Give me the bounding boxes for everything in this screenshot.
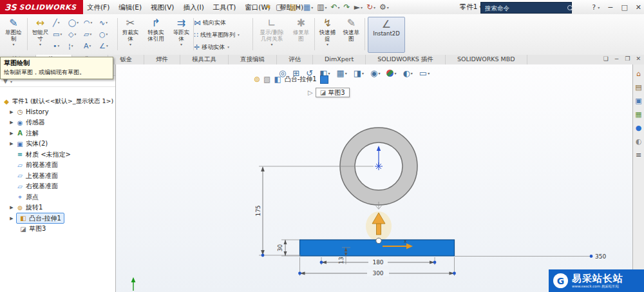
tree-item-right-plane[interactable]: ▱ 右视基准面 (0, 181, 115, 192)
sketch-breadcrumb-chip[interactable]: ◪ 草图3 (316, 88, 350, 97)
help-button[interactable]: ? (592, 3, 596, 12)
text-tool-button[interactable]: A▾ (84, 42, 99, 50)
print-button[interactable]: ▥▾ (317, 3, 327, 12)
chevron-down-icon[interactable]: ▾ (227, 45, 229, 49)
new-document-button[interactable]: ▢▾ (276, 3, 285, 12)
offset-entities-button[interactable]: ⇉ 等距实 体 ▾ (170, 16, 193, 54)
expand-arrow-icon[interactable]: ▶ (9, 141, 14, 146)
chevron-down-icon[interactable]: ▾ (90, 32, 91, 36)
chevron-down-icon[interactable]: ▾ (283, 5, 285, 10)
search-icon[interactable] (567, 5, 573, 10)
display-style-button[interactable]: ◨▾ (354, 68, 364, 78)
chevron-down-icon[interactable]: ▾ (338, 5, 340, 10)
chevron-down-icon[interactable]: ▾ (106, 44, 108, 48)
tree-item-annotations[interactable]: ▶ A 注解 (0, 128, 115, 139)
view-orientation-button[interactable]: ▦▾ (336, 68, 346, 78)
dimension-350[interactable]: 350 (455, 253, 607, 260)
chevron-down-icon[interactable]: ▾ (39, 42, 41, 46)
tab-weldments[interactable]: 焊件 (144, 55, 180, 64)
select-button[interactable]: ►▾ (354, 3, 363, 12)
tab-direct-editing[interactable]: 直接编辑 (229, 55, 277, 64)
options-button[interactable]: ⚙▾ (379, 3, 389, 12)
selected-item-highlight[interactable]: ◧ 凸台-拉伸1 (16, 213, 64, 224)
breadcrumb-feature-label[interactable]: 凸台-拉伸1 (285, 75, 317, 84)
rebuild-button[interactable]: ↻▾ (366, 3, 375, 12)
expand-arrow-icon[interactable]: ▶ (9, 110, 14, 115)
arc-tool-button[interactable]: ◠▾ (84, 19, 99, 27)
apply-scene-button[interactable]: ◐▾ (402, 68, 412, 78)
view-palette-icon[interactable]: ▦ (635, 110, 641, 119)
sketch-region-icon[interactable] (320, 75, 328, 84)
move-entities-button[interactable]: ✛ 移动实体 ▾ (194, 41, 229, 53)
restore-document-button[interactable]: ❐ (625, 55, 630, 62)
tree-item-sketch3[interactable]: ◪ 草图3 (0, 224, 115, 235)
view-settings-button[interactable]: ▭▾ (419, 68, 430, 78)
menu-insert[interactable]: 插入(I) (178, 0, 208, 14)
smart-dimension-button[interactable]: ↔ 智能尺 寸 ▾ (29, 16, 52, 54)
minimize-button[interactable]: − (607, 3, 613, 12)
menu-tools[interactable]: 工具(T) (209, 0, 241, 14)
ellipse-tool-button[interactable]: ○▾ (99, 30, 115, 39)
chamfer-tool-button[interactable]: ∠▾ (99, 42, 115, 50)
tree-root-part[interactable]: ◆ 零件1 (默认<<默认>_显示状态 1>) (0, 96, 115, 107)
chevron-down-icon[interactable]: ▾ (106, 32, 108, 36)
linear-sketch-pattern-button[interactable]: ∷ 线性草图阵列 ▾ (194, 29, 240, 41)
chevron-down-icon[interactable]: ▾ (238, 33, 240, 37)
document-title[interactable]: 零件1 ▾ (460, 0, 482, 14)
chevron-down-icon[interactable]: ▾ (327, 42, 328, 46)
chevron-down-icon[interactable]: ▾ (325, 5, 327, 10)
tree-item-front-plane[interactable]: ▱ 前视基准面 (0, 160, 115, 171)
close-document-button[interactable]: ✕ (636, 55, 641, 62)
chevron-down-icon[interactable]: ▾ (598, 5, 600, 10)
hide-show-items-button[interactable]: ◉▾ (370, 68, 380, 78)
chevron-down-icon[interactable]: ▾ (71, 44, 73, 48)
tree-item-sensors[interactable]: ▶ ◉ 传感器 (0, 117, 115, 128)
feature-breadcrumb-icon[interactable]: ◧ (274, 75, 281, 84)
sketch-button[interactable]: ✎ 草图绘 制 ▾ (1, 16, 26, 54)
point-tool-button[interactable]: •▾ (53, 42, 68, 50)
redo-button[interactable]: ↷ (344, 3, 350, 12)
minimize-document-button[interactable]: − (614, 55, 620, 62)
chevron-down-icon[interactable]: ▾ (387, 5, 389, 10)
search-input[interactable] (484, 4, 565, 12)
chevron-down-icon[interactable]: ▾ (129, 42, 131, 46)
tree-item-top-plane[interactable]: ▱ 上视基准面 (0, 171, 115, 182)
chevron-down-icon[interactable]: ▾ (60, 32, 62, 36)
expand-arrow-icon[interactable]: ▶ (9, 216, 14, 221)
favorites-star-icon[interactable]: ✶ (265, 3, 272, 12)
tab-dimxpert[interactable]: DimXpert (313, 55, 366, 64)
tab-solidworks-mbd[interactable]: SOLIDWORKS MBD (446, 55, 527, 64)
dimension-30[interactable]: 30 (277, 240, 299, 256)
menu-edit[interactable]: 编辑(E) (114, 0, 146, 14)
extrude-direction-arrow[interactable] (366, 211, 392, 241)
tree-item-solid-bodies[interactable]: ▶ ▣ 实体(2) (0, 139, 115, 150)
undo-button[interactable]: ↶▾ (331, 3, 340, 12)
chevron-down-icon[interactable]: ▾ (10, 79, 12, 84)
expand-arrow-icon[interactable]: ▶ (9, 205, 14, 210)
tree-item-revolve1[interactable]: ▶ ⊚ 旋转1 (0, 202, 115, 213)
chevron-down-icon[interactable]: ▾ (106, 21, 108, 24)
tab-sheet-metal[interactable]: 钣金 (108, 55, 144, 64)
maximize-button[interactable]: □ (621, 3, 627, 12)
chevron-down-icon[interactable]: ▾ (361, 5, 363, 10)
tree-item-boss-extrude1[interactable]: ▶ ◧ 凸台-拉伸1 (0, 213, 115, 224)
tab-mold-tools[interactable]: 模具工具 (180, 55, 229, 64)
chevron-down-icon[interactable]: ▾ (374, 5, 375, 10)
chevron-down-icon[interactable]: ▾ (91, 21, 93, 24)
chevron-down-icon[interactable]: ▾ (58, 44, 60, 48)
body-breadcrumb-icon[interactable]: ▧ (263, 75, 270, 84)
menu-file[interactable]: 文件(F) (82, 0, 114, 14)
instant2d-toggle-button[interactable]: ∠ Instant2D (368, 17, 405, 53)
chevron-down-icon[interactable]: ▾ (270, 42, 272, 46)
rapid-sketch-button[interactable]: ✎ 快速草 图 (340, 16, 363, 54)
chevron-down-icon[interactable]: ▾ (411, 71, 413, 75)
spline-tool-button[interactable]: ∿▾ (99, 19, 115, 27)
display-delete-relations-button[interactable]: ∟ 显示/删除 几何关系 ▾ (255, 16, 289, 54)
appearances-icon[interactable]: ● (636, 124, 642, 132)
scene-icon[interactable]: ◐ (636, 137, 642, 146)
quick-snaps-button[interactable]: ↯ 快速捕 捉 ▾ (316, 16, 339, 54)
menu-view[interactable]: 视图(V) (146, 0, 178, 14)
rectangle-tool-button[interactable]: ▭▾ (53, 30, 68, 39)
part-breadcrumb-icon[interactable]: ⊚ (254, 75, 260, 84)
open-button[interactable]: ▤▾ (289, 3, 299, 12)
